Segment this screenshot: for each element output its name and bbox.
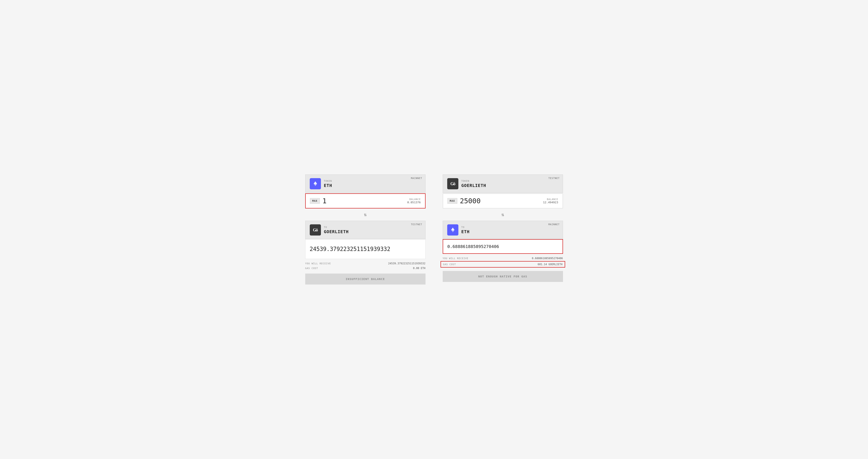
left-panel: TOKEN ETH MAINNET MAX 1 BALANCE 0.051376… [305, 175, 426, 284]
left-swap-arrow[interactable]: ⇅ [305, 209, 426, 221]
left-amount-card[interactable]: MAX 1 BALANCE 0.051376 [305, 193, 426, 209]
right-to-label: TO [461, 226, 470, 228]
left-to-token-name: GOERLIETH [324, 229, 349, 234]
left-gas-label: GAS COST [305, 267, 318, 270]
left-from-token-name: ETH [324, 183, 332, 188]
right-info-rows: YOU WILL RECEIVE 0.688861885895270406 GA… [443, 256, 563, 268]
left-from-token-card: TOKEN ETH MAINNET [305, 175, 426, 193]
right-balance-label: BALANCE [543, 198, 558, 201]
left-from-network-badge: MAINNET [411, 177, 422, 180]
left-amount-value: 1 [322, 197, 327, 205]
left-receive-label: YOU WILL RECEIVE [305, 262, 331, 265]
left-balance-value: 0.051376 [407, 201, 421, 204]
left-to-network-badge: TESTNET [411, 223, 422, 226]
left-output-card: 24539.379223251151939332 [305, 239, 426, 259]
left-action-button[interactable]: INSUFFICIENT BALANCE [305, 274, 426, 284]
left-max-button[interactable]: MAX [310, 198, 320, 204]
right-from-token-card: Gö TOKEN GOERLIETH TESTNET [443, 175, 563, 193]
right-from-token-icon: Gö [447, 178, 458, 189]
right-receive-label: YOU WILL RECEIVE [443, 257, 468, 260]
right-from-network-badge: TESTNET [548, 177, 560, 180]
right-gas-label: GAS COST [443, 263, 456, 266]
left-gas-value: 0.00 ETH [413, 267, 426, 270]
left-receive-value: 24539.379223251151939332 [388, 262, 425, 265]
right-receive-value: 0.688861885895270406 [532, 257, 563, 260]
right-output-card: 0.688861885895270406 [443, 239, 563, 254]
right-to-token-info: TO ETH [461, 226, 470, 234]
right-balance-value: 12.494923 [543, 201, 558, 204]
right-to-token-card: TO ETH MAINNET [443, 221, 563, 239]
right-from-token-label: TOKEN [461, 180, 486, 182]
right-from-token-name: GOERLIETH [461, 183, 486, 188]
right-action-button[interactable]: NOT ENOUGH NATIVE FOR GAS [443, 271, 563, 282]
left-from-token-info: TOKEN ETH [324, 180, 332, 188]
left-from-token-label: TOKEN [324, 180, 332, 182]
left-balance-label: BALANCE [407, 198, 421, 201]
right-amount-value: 25000 [460, 197, 480, 205]
left-from-token-icon [310, 178, 321, 189]
right-swap-arrow[interactable]: ⇅ [443, 209, 563, 221]
left-receive-row: YOU WILL RECEIVE 24539.37922325115193933… [305, 262, 426, 265]
left-balance-info: BALANCE 0.051376 [407, 198, 421, 204]
left-info-rows: YOU WILL RECEIVE 24539.37922325115193933… [305, 262, 426, 270]
left-to-token-info: TO GOERLIETH [324, 226, 349, 234]
left-gas-row: GAS COST 0.00 ETH [305, 266, 426, 270]
left-to-token-icon: Gö [310, 224, 321, 236]
right-gas-value: 601.14 GOERLIETH [538, 263, 563, 266]
left-output-value: 24539.379223251151939332 [310, 246, 391, 252]
page-container: TOKEN ETH MAINNET MAX 1 BALANCE 0.051376… [284, 175, 585, 284]
left-to-label: TO [324, 226, 349, 228]
right-amount-card[interactable]: MAX 25000 BALANCE 12.494923 [443, 193, 563, 209]
right-balance-info: BALANCE 12.494923 [543, 198, 558, 204]
left-to-token-card: Gö TO GOERLIETH TESTNET [305, 221, 426, 239]
right-to-token-icon [447, 224, 458, 236]
swap-icon-right: ⇅ [501, 212, 504, 217]
right-gas-row: GAS COST 601.14 GOERLIETH [440, 261, 565, 268]
right-panel: Gö TOKEN GOERLIETH TESTNET MAX 25000 BAL… [443, 175, 563, 282]
right-receive-row: YOU WILL RECEIVE 0.688861885895270406 [443, 256, 563, 260]
right-from-token-info: TOKEN GOERLIETH [461, 180, 486, 188]
right-to-token-name: ETH [461, 229, 470, 234]
swap-icon: ⇅ [364, 212, 367, 217]
right-output-value: 0.688861885895270406 [447, 244, 499, 249]
right-max-button[interactable]: MAX [447, 198, 458, 204]
right-to-network-badge: MAINNET [548, 223, 560, 226]
